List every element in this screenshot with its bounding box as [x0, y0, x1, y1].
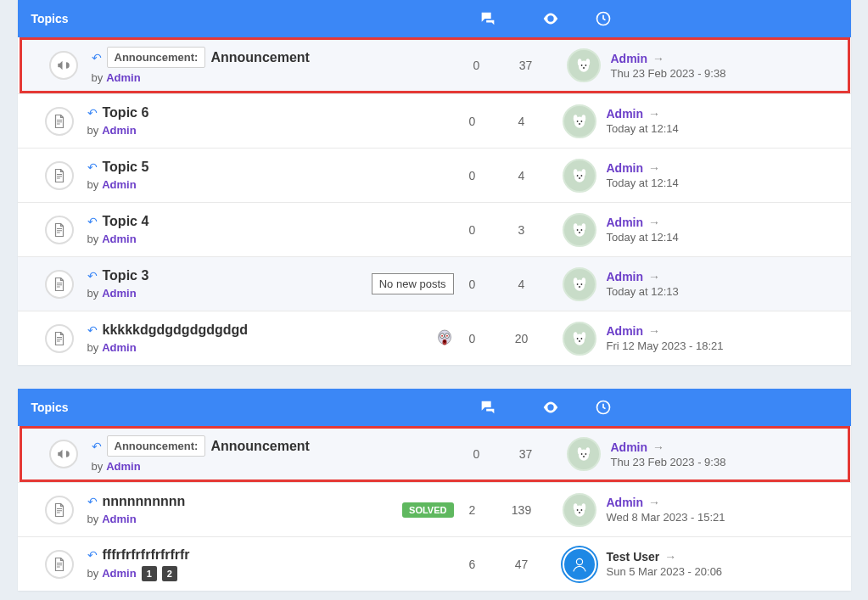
topic-author-link[interactable]: Admin — [102, 233, 136, 245]
header-topics-label: Topics — [31, 12, 456, 25]
last-post-user-link[interactable]: Admin — [611, 440, 648, 454]
topic-row[interactable]: ↶Topic 6by Admin04Admin→Today at 12:14 — [18, 93, 851, 148]
last-post-user-link[interactable]: Admin — [607, 324, 644, 338]
topic-title-link[interactable]: Topic 3 — [103, 268, 149, 283]
last-post-user-link[interactable]: Admin — [607, 216, 644, 229]
last-post-time: Today at 12:14 — [607, 177, 679, 189]
svg-point-52 — [582, 456, 584, 457]
svg-point-49 — [585, 447, 590, 454]
topic-status-icon — [31, 216, 87, 244]
last-post-user-link[interactable]: Test User — [607, 550, 660, 564]
last-post: Admin→Today at 12:13 — [552, 267, 837, 301]
svg-point-51 — [585, 453, 586, 455]
svg-point-27 — [573, 278, 577, 284]
last-post-time: Today at 12:13 — [607, 285, 679, 298]
topic-row[interactable]: ↶nnnnnnnnnnby AdminSOLVED2139Admin→Wed 8… — [18, 482, 851, 536]
last-post-time: Thu 23 Feb 2023 - 9:38 — [611, 456, 726, 468]
svg-point-22 — [581, 223, 585, 230]
topic-row[interactable]: ↶fffrfrfrfrfrfrfrfrby Admin12647Test Use… — [18, 536, 851, 591]
replies-count: 6 — [454, 558, 491, 571]
topic-main: ↶Topic 5by Admin — [87, 160, 369, 191]
topic-byline: by Admin — [92, 460, 367, 473]
svg-point-21 — [573, 223, 577, 230]
topic-row[interactable]: ↶kkkkkdgdgdgdgdgdgdby Admin020Admin→Fri … — [18, 311, 851, 365]
svg-point-28 — [581, 278, 585, 284]
topic-byline: by Admin — [92, 71, 367, 84]
goto-post-icon[interactable]: → — [648, 496, 660, 509]
topic-title-link[interactable]: Announcement — [210, 50, 309, 65]
replies-icon — [456, 398, 520, 417]
topic-row[interactable]: ↶Topic 5by Admin04Admin→Today at 12:14 — [18, 148, 851, 202]
svg-point-3 — [577, 59, 581, 65]
svg-point-25 — [578, 232, 580, 233]
avatar[interactable] — [567, 48, 601, 82]
reply-arrow-icon: ↶ — [87, 160, 98, 174]
topic-author-link[interactable]: Admin — [102, 567, 136, 580]
topic-extra: SOLVED — [369, 502, 454, 518]
topic-row[interactable]: ↶Topic 3by AdminNo new posts04Admin→Toda… — [18, 256, 851, 311]
avatar[interactable] — [563, 493, 596, 527]
topic-author-link[interactable]: Admin — [102, 513, 136, 525]
page-link[interactable]: 2 — [162, 566, 177, 581]
last-post-user-link[interactable]: Admin — [607, 270, 644, 283]
svg-point-18 — [580, 175, 582, 177]
svg-point-54 — [573, 503, 577, 510]
topic-title-link[interactable]: Topic 5 — [103, 160, 149, 175]
topic-title-link[interactable]: fffrfrfrfrfrfrfrfr — [103, 547, 190, 563]
topic-main: ↶Announcement:Announcementby Admin — [92, 435, 373, 473]
avatar[interactable] — [563, 159, 596, 193]
page-link[interactable]: 1 — [142, 566, 157, 581]
last-post-user-link[interactable]: Admin — [611, 52, 648, 65]
avatar[interactable] — [567, 437, 601, 471]
topic-status-icon — [31, 496, 87, 524]
topic-status-icon — [31, 161, 87, 190]
svg-point-35 — [441, 334, 443, 336]
topic-byline: by Admin — [87, 341, 362, 354]
svg-point-38 — [443, 339, 445, 342]
last-post-user-link[interactable]: Admin — [607, 496, 644, 509]
topic-title-link[interactable]: kkkkkdgdgdgdgdgdgd — [103, 322, 249, 338]
topic-byline: by Admin — [87, 124, 362, 137]
topic-title-link[interactable]: Topic 4 — [103, 214, 149, 229]
goto-post-icon[interactable]: → — [664, 550, 676, 564]
views-count: 4 — [491, 278, 552, 291]
views-count: 4 — [491, 169, 552, 182]
topic-extra: No new posts — [369, 273, 454, 294]
avatar[interactable] — [563, 104, 596, 138]
last-post-time: Sun 5 Mar 2023 - 20:06 — [607, 565, 723, 578]
last-post-user-link[interactable]: Admin — [607, 107, 644, 121]
last-post: Admin→Thu 23 Feb 2023 - 9:38 — [557, 48, 834, 82]
avatar[interactable] — [563, 213, 596, 247]
goto-post-icon[interactable]: → — [648, 270, 660, 283]
avatar[interactable] — [563, 547, 596, 581]
avatar[interactable] — [563, 267, 596, 301]
topic-author-link[interactable]: Admin — [102, 287, 136, 300]
topic-row[interactable]: ↶Announcement:Announcementby Admin037Adm… — [20, 37, 850, 93]
topic-author-link[interactable]: Admin — [106, 460, 140, 473]
topic-row[interactable]: ↶Announcement:Announcementby Admin037Adm… — [20, 426, 850, 482]
topic-author-link[interactable]: Admin — [102, 178, 136, 191]
last-post-time: Fri 12 May 2023 - 18:21 — [607, 339, 724, 352]
last-post: Admin→Fri 12 May 2023 - 18:21 — [552, 322, 837, 356]
topic-row[interactable]: ↶Topic 4by Admin03Admin→Today at 12:14 — [18, 202, 851, 256]
goto-post-icon[interactable]: → — [648, 216, 660, 229]
goto-post-icon[interactable]: → — [652, 440, 664, 454]
last-post-user-link[interactable]: Admin — [607, 161, 644, 175]
goto-post-icon[interactable]: → — [648, 324, 660, 338]
svg-point-12 — [580, 121, 582, 122]
topic-title-link[interactable]: Announcement — [210, 439, 309, 454]
topic-title-link[interactable]: Topic 6 — [103, 105, 149, 121]
goto-post-icon[interactable]: → — [652, 52, 664, 65]
topic-author-link[interactable]: Admin — [102, 124, 136, 137]
svg-point-48 — [577, 447, 581, 454]
goto-post-icon[interactable]: → — [648, 107, 660, 121]
topic-author-link[interactable]: Admin — [102, 341, 136, 354]
topic-title-link[interactable]: nnnnnnnnnn — [103, 494, 186, 509]
goto-post-icon[interactable]: → — [648, 161, 660, 175]
topic-byline: by Admin — [87, 287, 362, 300]
reply-arrow-icon: ↶ — [92, 51, 102, 64]
topic-author-link[interactable]: Admin — [106, 71, 140, 84]
svg-point-23 — [576, 229, 578, 231]
views-count: 47 — [491, 558, 552, 571]
avatar[interactable] — [563, 322, 596, 356]
